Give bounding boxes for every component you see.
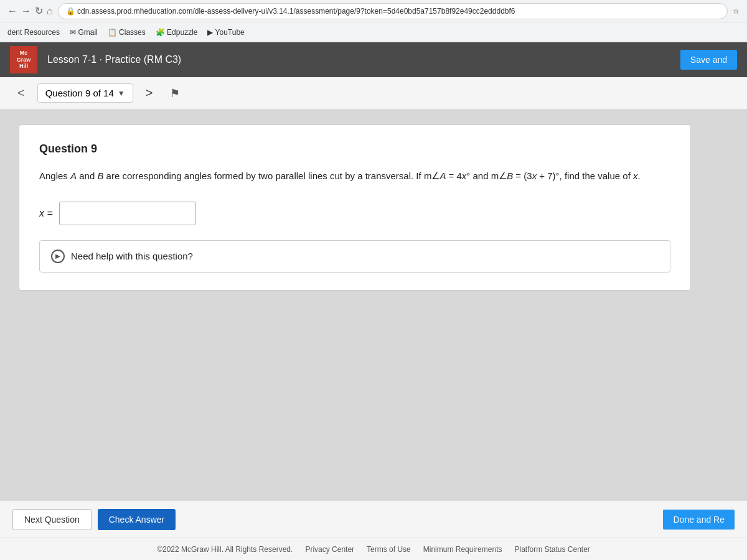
question-selector-label: Question 9 of 14 (45, 88, 114, 98)
answer-label: x = (39, 208, 53, 219)
forward-browser-icon[interactable]: → (21, 6, 31, 17)
question-title: Question 9 (39, 142, 670, 156)
browser-bar: ← → ↻ ⌂ 🔒 cdn.assess.prod.mheducation.co… (0, 0, 747, 22)
help-circle-icon: ► (51, 250, 65, 263)
bookmark-gmail[interactable]: ✉ Gmail (70, 28, 98, 37)
minimum-requirements-link[interactable]: Minimum Requirements (423, 545, 502, 554)
app-header: Mc Graw Hill Lesson 7-1 · Practice (RM C… (0, 42, 747, 77)
copyright-text: ©2022 McGraw Hill. All Rights Reserved. (157, 545, 293, 554)
done-and-review-button[interactable]: Done and Re (663, 510, 735, 530)
question-selector[interactable]: Question 9 of 14 ▼ (37, 83, 133, 103)
home-icon[interactable]: ⌂ (47, 6, 53, 17)
star-icon[interactable]: ☆ (733, 7, 740, 16)
previous-question-button[interactable]: < (12, 83, 30, 103)
dropdown-arrow-icon: ▼ (118, 89, 125, 98)
next-question-button[interactable]: Next Question (12, 509, 92, 530)
bookmark-edpuzzle[interactable]: 🧩 Edpuzzle (156, 28, 198, 37)
bookmarks-bar: dent Resources ✉ Gmail 📋 Classes 🧩 Edpuz… (0, 22, 747, 42)
answer-input[interactable] (59, 202, 196, 225)
privacy-center-link[interactable]: Privacy Center (305, 545, 354, 554)
save-and-button[interactable]: Save and (680, 50, 737, 70)
footer: Next Question Check Answer Done and Re (0, 500, 747, 538)
main-content: Question 9 Angles A and B are correspond… (0, 110, 747, 500)
bookmark-dent-resources[interactable]: dent Resources (7, 28, 60, 37)
question-card: Question 9 Angles A and B are correspond… (19, 124, 691, 291)
url-text: cdn.assess.prod.mheducation.com/dle-asse… (77, 7, 515, 16)
url-bar[interactable]: 🔒 cdn.assess.prod.mheducation.com/dle-as… (58, 3, 728, 19)
help-section: ► Need help with this question? (39, 240, 670, 273)
lock-icon: 🔒 (66, 7, 75, 16)
help-row[interactable]: ► Need help with this question? (40, 241, 670, 272)
help-text: Need help with this question? (71, 251, 193, 261)
next-question-nav-button[interactable]: > (141, 83, 158, 103)
app-header-left: Mc Graw Hill Lesson 7-1 · Practice (RM C… (10, 46, 181, 73)
mcgraw-hill-logo: Mc Graw Hill (10, 46, 37, 73)
page-footer: ©2022 McGraw Hill. All Rights Reserved. … (0, 538, 747, 560)
answer-row: x = (39, 202, 670, 225)
lesson-title: Lesson 7-1 · Practice (RM C3) (47, 54, 181, 65)
reload-icon[interactable]: ↻ (35, 5, 43, 17)
browser-nav-icons: ← → ↻ ⌂ (7, 5, 53, 17)
back-browser-icon[interactable]: ← (7, 6, 17, 17)
question-nav-bar: < Question 9 of 14 ▼ > ⚑ (0, 77, 747, 110)
terms-of-use-link[interactable]: Terms of Use (367, 545, 411, 554)
bookmark-classes[interactable]: 📋 Classes (108, 28, 146, 37)
check-answer-button[interactable]: Check Answer (98, 509, 176, 530)
footer-left-buttons: Next Question Check Answer (12, 509, 176, 530)
platform-status-link[interactable]: Platform Status Center (514, 545, 590, 554)
bookmark-youtube[interactable]: ▶ YouTube (207, 28, 244, 37)
bookmark-icon[interactable]: ⚑ (165, 84, 185, 103)
question-text: Angles A and B are corresponding angles … (39, 168, 670, 184)
